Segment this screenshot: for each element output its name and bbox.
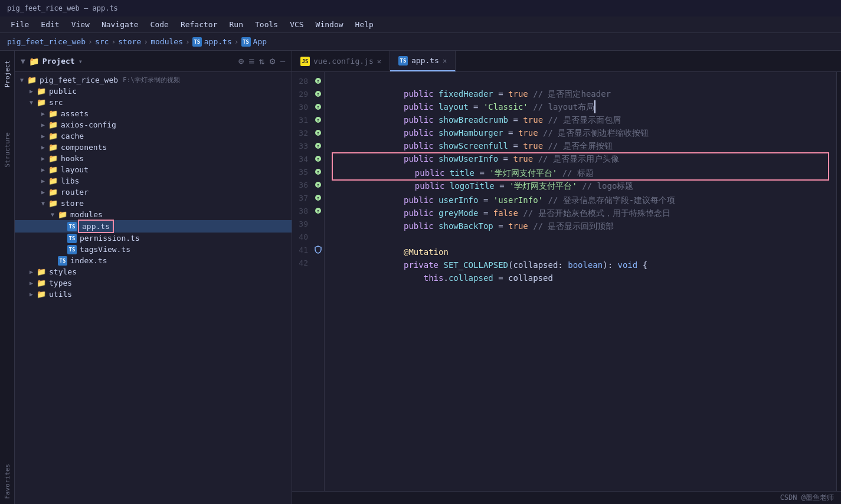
tree-item-styles[interactable]: ▶ 📁 styles bbox=[15, 266, 292, 277]
menu-item-tools[interactable]: Tools bbox=[249, 19, 284, 30]
folder-icon-hooks: 📁 bbox=[48, 155, 58, 163]
project-label: Project bbox=[42, 57, 75, 66]
settings-icon[interactable]: ⚙ bbox=[270, 55, 276, 67]
gutter-row-30: 30 ↑ bbox=[292, 100, 324, 113]
root-path-hint: F:\学灯录制的视频 bbox=[123, 76, 180, 84]
header-icons: ⊕ ≡ ⇅ ⚙ − bbox=[238, 55, 286, 67]
arrow-cache: ▶ bbox=[38, 133, 48, 139]
label-permission: permission.ts bbox=[80, 234, 140, 243]
close-app-ts[interactable]: ✕ bbox=[443, 57, 447, 65]
tree-item-axios-config[interactable]: ▶ 📁 axios-config bbox=[15, 119, 292, 130]
arrow-types: ▶ bbox=[27, 280, 36, 286]
git-dot: ↑ bbox=[315, 143, 321, 149]
tree-item-index-ts[interactable]: ▶ TS index.ts bbox=[15, 255, 292, 266]
tree-item-store[interactable]: ▼ 📁 store bbox=[15, 198, 292, 209]
menu-item-code[interactable]: Code bbox=[145, 19, 175, 30]
breadcrumb-seg-4[interactable]: app.ts bbox=[204, 37, 232, 46]
favorites-tab[interactable]: Favorites bbox=[1, 459, 14, 504]
project-tab[interactable]: Project bbox=[1, 55, 14, 92]
folder-icon-libs: 📁 bbox=[48, 177, 58, 185]
tree-item-components[interactable]: ▶ 📁 components bbox=[15, 142, 292, 153]
ts-icon-permission: TS bbox=[67, 234, 77, 243]
breadcrumb-seg-0[interactable]: pig_feet_rice_web bbox=[7, 37, 86, 46]
file-tree: ▼ 📁 pig_feet_rice_web F:\学灯录制的视频 ▶ 📁 pub… bbox=[15, 72, 292, 504]
menu-item-refactor[interactable]: Refactor bbox=[175, 19, 224, 30]
menu-item-window[interactable]: Window bbox=[310, 19, 349, 30]
label-utils: utils bbox=[49, 290, 72, 299]
structure-tab[interactable]: Structure bbox=[1, 127, 14, 172]
tree-item-permission-ts[interactable]: ▶ TS permission.ts bbox=[15, 233, 292, 244]
breadcrumb-sep: › bbox=[88, 37, 93, 46]
menu-item-view[interactable]: View bbox=[66, 19, 96, 30]
tree-item-public[interactable]: ▶ 📁 public bbox=[15, 86, 292, 97]
sort-icon[interactable]: ⇅ bbox=[259, 55, 265, 67]
arrow-libs: ▶ bbox=[38, 178, 48, 184]
tree-item-tagsview-ts[interactable]: ▶ TS tagsView.ts bbox=[15, 244, 292, 255]
tree-item-layout[interactable]: ▶ 📁 layout bbox=[15, 164, 292, 175]
menu-item-file[interactable]: File bbox=[5, 19, 35, 30]
label-router: router bbox=[61, 188, 89, 197]
breadcrumb-seg-1[interactable]: src bbox=[95, 37, 109, 46]
breadcrumb-seg-5[interactable]: App bbox=[253, 37, 267, 46]
label-styles: styles bbox=[49, 267, 77, 276]
gutter-row-33: 33 ↑ bbox=[292, 139, 324, 152]
breadcrumb-bar: pig_feet_rice_web›src›store›modules›TSap… bbox=[0, 33, 841, 51]
tree-item-modules[interactable]: ▼ 📁 modules bbox=[15, 209, 292, 220]
arrow-utils: ▶ bbox=[27, 291, 36, 297]
code-content[interactable]: public fixedHeader = true // 是否固定header … bbox=[325, 72, 836, 491]
menu-item-vcs[interactable]: VCS bbox=[284, 19, 309, 30]
tree-item-src[interactable]: ▼ 📁 src bbox=[15, 97, 292, 108]
close-vue-config[interactable]: ✕ bbox=[377, 57, 381, 66]
breadcrumb-seg-3[interactable]: modules bbox=[150, 37, 183, 46]
folder-icon-types: 📁 bbox=[36, 279, 47, 287]
tree-item-utils[interactable]: ▶ 📁 utils bbox=[15, 289, 292, 300]
menu-item-help[interactable]: Help bbox=[349, 19, 379, 30]
breadcrumb-sep: › bbox=[234, 37, 239, 46]
breadcrumb-sep: › bbox=[111, 37, 116, 46]
label-assets: assets bbox=[61, 109, 89, 118]
close-icon[interactable]: − bbox=[280, 55, 286, 67]
ts-icon-tagsview: TS bbox=[67, 246, 77, 254]
tree-item-libs[interactable]: ▶ 📁 libs bbox=[15, 175, 292, 186]
tree-item-types[interactable]: ▶ 📁 types bbox=[15, 277, 292, 289]
ts-icon-breadcrumb-app: TS bbox=[241, 37, 251, 47]
folder-icon-modules: 📁 bbox=[57, 211, 68, 219]
git-dot: ↑ bbox=[315, 91, 321, 97]
menu-item-edit[interactable]: Edit bbox=[35, 19, 65, 30]
arrow-modules: ▼ bbox=[48, 211, 57, 218]
locate-icon[interactable]: ⊕ bbox=[238, 55, 244, 67]
folder-icon: 📁 bbox=[27, 76, 37, 84]
breadcrumb-seg-2[interactable]: store bbox=[118, 37, 141, 46]
main-layout: Project Structure Favorites ▼ 📁 Project … bbox=[0, 51, 841, 504]
tab-vue-config[interactable]: JS vue.config.js ✕ bbox=[292, 51, 390, 71]
status-bar: CSDN @墨鱼老师 bbox=[292, 491, 841, 504]
tree-item-hooks[interactable]: ▶ 📁 hooks bbox=[15, 153, 292, 164]
arrow-router: ▶ bbox=[38, 189, 48, 195]
code-line-28: public fixedHeader = true // 是否固定header bbox=[334, 74, 827, 87]
tree-item-cache[interactable]: ▶ 📁 cache bbox=[15, 130, 292, 142]
menu-item-navigate[interactable]: Navigate bbox=[96, 19, 145, 30]
git-dot: ↑ bbox=[315, 130, 321, 136]
label-app-ts: app.ts bbox=[80, 221, 112, 231]
folder-icon-utils: 📁 bbox=[36, 290, 47, 299]
folder-icon-src: 📁 bbox=[36, 99, 47, 107]
minimap[interactable] bbox=[836, 72, 841, 491]
tree-item-root[interactable]: ▼ 📁 pig_feet_rice_web F:\学灯录制的视频 bbox=[15, 74, 292, 86]
tree-item-app-ts[interactable]: ▶ TS app.ts bbox=[15, 220, 292, 233]
tree-item-router[interactable]: ▶ 📁 router bbox=[15, 186, 292, 198]
arrow-layout: ▶ bbox=[38, 166, 48, 173]
collapse-icon[interactable]: ≡ bbox=[248, 55, 254, 67]
folder-icon-cache: 📁 bbox=[48, 132, 58, 140]
git-dot: ↑ bbox=[315, 156, 321, 162]
folder-icon-public: 📁 bbox=[36, 87, 47, 96]
git-dot: ↑ bbox=[315, 182, 321, 188]
folder-icon-layout: 📁 bbox=[48, 166, 58, 174]
editor-area: JS vue.config.js ✕ TS app.ts ✕ 28 ↑ 29 ↑ bbox=[292, 51, 841, 504]
gutter-row-32: 32 ↑ bbox=[292, 126, 324, 139]
tree-item-assets[interactable]: ▶ 📁 assets bbox=[15, 108, 292, 119]
menu-item-run[interactable]: Run bbox=[224, 19, 249, 30]
breadcrumb-sep: › bbox=[143, 37, 148, 46]
label-index: index.ts bbox=[70, 256, 107, 265]
tab-app-ts[interactable]: TS app.ts ✕ bbox=[390, 51, 456, 71]
label-hooks: hooks bbox=[61, 154, 84, 163]
